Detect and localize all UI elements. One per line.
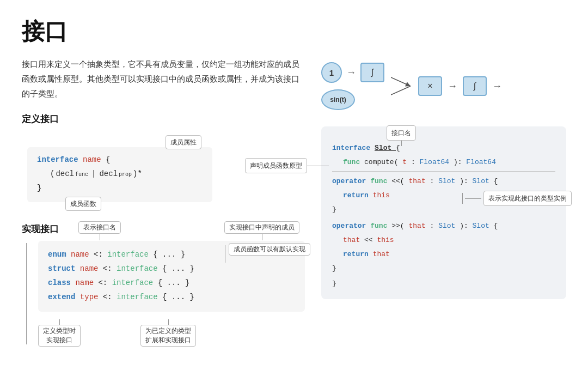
kw-struct: struct [48, 264, 75, 273]
rp-kw-return2: return [343, 250, 369, 258]
code-decl-prop: decl [99, 168, 118, 181]
rp-kw-operator1: operator [332, 177, 366, 185]
right-code-panel: 接口名 interface Slot { func compute( t : F… [321, 126, 566, 299]
diag-node-5: ∫ [463, 76, 487, 96]
code-if3: interface [112, 278, 154, 287]
code-name: name [83, 155, 106, 164]
rp-that4: that [373, 250, 390, 258]
code-sep: | [91, 168, 96, 181]
svg-line-0 [391, 77, 411, 86]
svg-line-1 [391, 86, 411, 95]
rp-slot-type1: Slot [438, 177, 455, 185]
kw-extend: extend [48, 293, 75, 301]
rp-kw-func3: func [370, 222, 387, 230]
rp-ret-colon: ): [454, 158, 466, 166]
rp-brace2: { [494, 177, 498, 185]
rp-close2: } [332, 262, 555, 275]
annot-if-name: 表示接口名 [78, 221, 121, 234]
kw-interface: interface [37, 155, 78, 164]
rp-slot-type2: Slot [438, 222, 455, 230]
rp-colon3: : [430, 222, 439, 230]
code-brace: { [106, 155, 110, 164]
code-rest1: { ... } [153, 250, 185, 259]
code-op2: <: [103, 264, 117, 273]
rp-kw-func2: func [370, 177, 387, 185]
code-op1: <: [94, 250, 107, 259]
annot-decl-func-proto: 声明成员函数原型 [245, 158, 307, 173]
code-if1: interface [107, 250, 149, 259]
diag-arrow-3: → [492, 81, 502, 92]
annot-member-func: 成员函数 [65, 197, 101, 211]
rp-op-ret2: ): [460, 222, 472, 230]
diag-node-2: ∫ [360, 63, 384, 82]
rp-this1: this [373, 191, 390, 199]
diag-node-3: sin(t) [321, 89, 355, 110]
rp-type-float: Float64 [420, 158, 450, 166]
annot-impl-member: 实现接口中声明的成员 [224, 221, 299, 234]
diag-node-4: × [418, 76, 442, 96]
code-rest2: { ... } [162, 264, 194, 273]
code-close-brace: } [37, 182, 203, 195]
rp-op-ll2: << [364, 236, 377, 244]
rp-outer-close: } [332, 277, 555, 290]
rp-param-t: t [402, 158, 407, 166]
code-op4: <: [103, 293, 117, 301]
rp-colon: : [411, 158, 420, 166]
rp-op-ret1: ): [460, 177, 472, 185]
code-extend-type: type [80, 293, 103, 301]
code-struct-name: name [80, 264, 103, 273]
code-if2: interface [117, 264, 158, 273]
rp-op-gg: >>( [391, 222, 404, 230]
diagram: 1 → ∫ sin(t) [321, 57, 566, 113]
diag-arrow-1: → [346, 67, 356, 78]
rp-kw-operator2: operator [332, 222, 366, 230]
rp-kw-func: func [343, 158, 360, 166]
rp-slot-ret2: Slot [473, 222, 489, 230]
rp-id-compute: compute( [364, 158, 398, 166]
diag-node-1: 1 [321, 62, 342, 83]
code-class-name: name [75, 278, 98, 287]
code-rest3: { ... } [158, 278, 190, 287]
kw-enum: enum [48, 250, 66, 259]
rp-that3: that [343, 236, 360, 244]
code-if4: interface [117, 293, 158, 301]
kw-class: class [48, 278, 71, 287]
define-title: 定义接口 [22, 113, 305, 125]
rp-that2: that [408, 222, 425, 230]
rp-op-ll: <<( [391, 177, 404, 185]
code-enum-name: name [71, 250, 94, 259]
code-decl-paren: ( [50, 168, 54, 181]
diag-arrow-2: → [448, 81, 457, 92]
define-code-block: 成员属性 interface name { ( decl func | decl [27, 147, 212, 202]
annot-right-if-name: 接口名 [387, 125, 416, 141]
code-end: )* [133, 168, 142, 181]
rp-kw-return1: return [343, 191, 369, 199]
diag-merge-lines [391, 70, 413, 102]
rp-kw-interface: interface [332, 144, 370, 152]
code-rest4: { ... } [162, 293, 194, 301]
rp-ret-type: Float64 [466, 158, 496, 166]
rp-that1: that [408, 177, 425, 185]
code-op3: <: [98, 278, 112, 287]
rp-colon2: : [430, 177, 439, 185]
annot-this-type: 表示实现此接口的类型实例 [483, 191, 572, 206]
annot-default-impl: 成员函数可以有默认实现 [229, 243, 310, 256]
rp-this2: this [377, 236, 394, 244]
rp-brace3: { [494, 222, 498, 230]
annot-member-attr: 成员属性 [166, 135, 201, 149]
page-title: 接口 [22, 16, 566, 47]
annot-extend: 为已定义的类型 扩展和实现接口 [140, 325, 196, 347]
code-decl-func: decl [56, 168, 74, 181]
rp-slot-ret1: Slot [473, 177, 489, 185]
intro-text: 接口用来定义一个抽象类型，它不具有成员变量，仅约定一组功能对应的成员函数或属性原… [22, 57, 305, 101]
annot-define-type: 定义类型时 实现接口 [38, 325, 81, 347]
